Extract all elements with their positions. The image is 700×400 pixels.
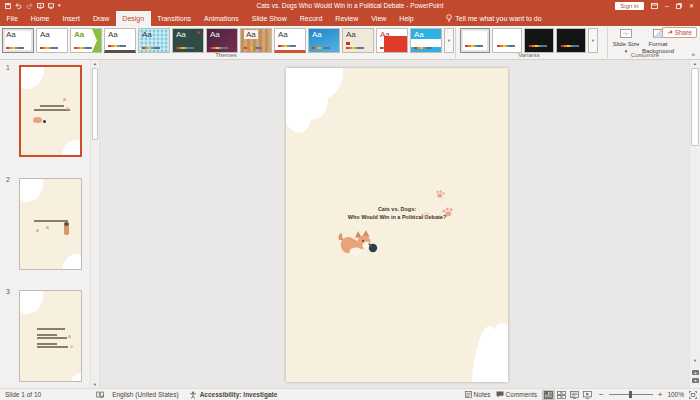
minimize-button[interactable]: ─ xyxy=(665,3,669,9)
paw-print-icon xyxy=(421,211,430,221)
tab-insert[interactable]: Insert xyxy=(56,11,87,26)
theme-gallery: Aa Aa Aa Aa Aa Aa Aa Aa Aa Aa Aa Aa Aa ▾ xyxy=(2,28,454,53)
tab-record[interactable]: Record xyxy=(293,11,329,26)
title-bar: ▾ Cats vs. Dogs Who Would Win in a Polit… xyxy=(0,0,700,11)
slide-1-editor[interactable]: Cats vs. Dogs: Who Would Win in a Politi… xyxy=(286,68,508,382)
tab-view[interactable]: View xyxy=(365,11,393,26)
tell-me-label: Tell me what you want to do xyxy=(455,15,541,22)
tab-transitions[interactable]: Transitions xyxy=(151,11,198,26)
save-icon[interactable] xyxy=(5,3,11,9)
paw-print-icon xyxy=(441,205,455,220)
variant-thumbnail[interactable] xyxy=(556,28,586,53)
variant-thumbnail[interactable] xyxy=(524,28,554,53)
tab-design[interactable]: Design xyxy=(116,11,151,26)
theme-thumbnail[interactable]: Aa xyxy=(240,28,272,53)
slideshow-view-button[interactable] xyxy=(581,390,594,400)
start-slideshow-icon[interactable] xyxy=(37,3,44,9)
slide-sorter-view-button[interactable] xyxy=(555,390,568,400)
slide-background-blobs xyxy=(286,68,508,382)
theme-thumbnail[interactable]: Aa xyxy=(138,28,170,53)
theme-thumbnail[interactable]: Aa xyxy=(206,28,238,53)
variant-gallery: ▾ xyxy=(460,28,598,53)
tab-file[interactable]: File xyxy=(0,11,24,26)
slide-indicator[interactable]: Slide 1 of 10 xyxy=(5,391,41,398)
tab-help[interactable]: Help xyxy=(393,11,420,26)
qat-more-icon[interactable]: ▾ xyxy=(58,3,61,8)
slide-thumbnail-2[interactable] xyxy=(19,178,82,270)
notes-button[interactable]: Notes xyxy=(465,391,491,398)
slide-size-button[interactable]: Slide Size ▾ xyxy=(612,28,640,55)
tab-animations[interactable]: Animations xyxy=(198,11,246,26)
language-indicator[interactable]: English (United States) xyxy=(112,391,178,398)
tab-draw[interactable]: Draw xyxy=(86,11,115,26)
variant-thumbnail-selected[interactable] xyxy=(460,28,490,53)
slide-thumbnail-3[interactable] xyxy=(19,290,82,382)
normal-view-button[interactable] xyxy=(542,390,555,400)
scroll-down-icon[interactable]: ▾ xyxy=(690,358,700,363)
theme-thumbnail[interactable]: Aa xyxy=(104,28,136,53)
theme-thumbnail[interactable]: Aa xyxy=(36,28,68,53)
share-button[interactable]: Share xyxy=(662,27,697,38)
theme-thumbnail[interactable]: Aa xyxy=(70,28,102,53)
redo-icon[interactable] xyxy=(26,3,33,9)
spell-check-icon[interactable] xyxy=(96,391,104,399)
collapse-ribbon-icon[interactable]: ^ xyxy=(691,52,695,58)
slide-title[interactable]: Cats vs. Dogs: Who Would Win in a Politi… xyxy=(286,205,508,222)
tab-review[interactable]: Review xyxy=(329,11,365,26)
theme-thumbnail[interactable]: Aa xyxy=(308,28,340,53)
theme-gallery-more-button[interactable]: ▾ xyxy=(444,28,454,53)
theme-thumbnail[interactable]: Aa xyxy=(342,28,374,53)
reading-view-button[interactable] xyxy=(568,390,581,400)
tell-me-box[interactable]: Tell me what you want to do xyxy=(446,11,541,26)
next-slide-button[interactable]: ▾ xyxy=(692,378,699,383)
group-label-variants[interactable]: Variants xyxy=(458,52,600,58)
thumbnail-number: 3 xyxy=(6,288,10,295)
scrollbar-thumb[interactable] xyxy=(92,68,98,140)
zoom-out-button[interactable]: − xyxy=(599,391,604,399)
share-icon xyxy=(667,29,673,36)
zoom-slider[interactable] xyxy=(609,394,653,395)
restore-button[interactable] xyxy=(676,3,682,9)
scrollbar-thumb[interactable] xyxy=(691,68,699,146)
sign-in-button[interactable]: Sign in xyxy=(615,2,643,10)
comments-button[interactable]: Comments xyxy=(496,391,537,398)
variant-thumbnail[interactable] xyxy=(492,28,522,53)
fit-to-window-icon[interactable] xyxy=(689,391,697,399)
scroll-up-icon[interactable]: ▴ xyxy=(91,61,99,66)
ribbon-display-options-icon[interactable] xyxy=(651,3,658,9)
tab-home[interactable]: Home xyxy=(24,11,56,26)
scroll-down-icon[interactable]: ▾ xyxy=(91,382,99,387)
zoom-slider-thumb[interactable] xyxy=(629,391,632,398)
variant-gallery-more-button[interactable]: ▾ xyxy=(588,28,598,53)
window-title: Cats vs. Dogs Who Would Win in a Politic… xyxy=(0,2,700,9)
slide-size-icon xyxy=(620,29,632,40)
previous-slide-button[interactable]: ▴ xyxy=(692,370,699,375)
thumbnail-panel-scrollbar[interactable]: ▴ ▾ xyxy=(90,60,100,388)
slide-title-line1: Cats vs. Dogs: xyxy=(286,205,508,213)
zoom-in-button[interactable]: + xyxy=(658,391,663,399)
group-separator xyxy=(455,27,456,58)
slide-thumbnail-1[interactable] xyxy=(19,65,82,157)
ribbon-tab-bar: File Home Insert Draw Design Transitions… xyxy=(0,11,700,26)
status-bar: Slide 1 of 10 English (United States) Ac… xyxy=(0,388,700,400)
theme-thumbnail-current[interactable]: Aa xyxy=(2,28,34,53)
accessibility-icon xyxy=(189,391,197,399)
group-label-themes[interactable]: Themes xyxy=(0,52,452,58)
theme-thumbnail[interactable]: Aa xyxy=(274,28,306,53)
tab-slide-show[interactable]: Slide Show xyxy=(245,11,293,26)
theme-thumbnail[interactable]: Aa xyxy=(410,28,442,53)
accessibility-status[interactable]: Accessibility: Investigate xyxy=(200,391,278,398)
theme-thumbnail[interactable]: Aa xyxy=(376,28,408,53)
undo-icon[interactable] xyxy=(15,3,22,9)
slide-title-line2: Who Would Win in a Political Debate? xyxy=(286,213,508,221)
zoom-level[interactable]: 100% xyxy=(667,391,684,398)
quick-access-toolbar: ▾ xyxy=(0,3,61,9)
thumbnail-number: 1 xyxy=(6,64,10,71)
corgi-dog-illustration[interactable] xyxy=(336,230,378,259)
present-icon[interactable] xyxy=(48,3,54,9)
editor-vertical-scrollbar[interactable]: ▴ ▾ ▴ ▾ xyxy=(689,60,700,388)
scroll-up-icon[interactable]: ▴ xyxy=(690,61,700,66)
slide-editor-canvas[interactable]: Cats vs. Dogs: Who Would Win in a Politi… xyxy=(100,60,689,388)
theme-thumbnail[interactable]: Aa xyxy=(172,28,204,53)
close-button[interactable]: ✕ xyxy=(689,3,694,9)
